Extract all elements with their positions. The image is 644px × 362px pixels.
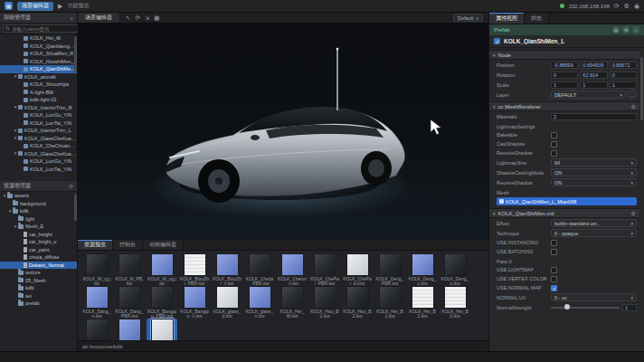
asset-thumbnail[interactable]: KOLK_Dang_d.jpg (81, 319, 112, 340)
asset-thumbnail[interactable]: KOLK_BlouZhi_n.jpg (212, 253, 242, 285)
normal-strength-field[interactable]: 1 (622, 304, 637, 311)
property-checkbox[interactable] (551, 276, 557, 282)
mesh-asset-field[interactable]: KOLK_QianShiMen_L_Mian068 (497, 197, 637, 205)
asset-thumbnail[interactable]: KOLK_glass_n.jpg (244, 286, 275, 318)
component-gear-icon[interactable]: ⚙ (631, 104, 636, 110)
assets-tree-item[interactable]: Debaixi_Normal (0, 262, 77, 270)
hierarchy-item[interactable]: KOLK_LunTai_YIN (0, 166, 77, 174)
tab-scene-editor[interactable]: 场景编辑器 (78, 13, 120, 23)
property-dropdown[interactable]: 64 (551, 158, 637, 167)
assets-tree-item[interactable]: car_paint (0, 246, 77, 254)
asset-thumbnail[interactable]: KOLK_Bangqiu_n.jpg (179, 286, 210, 318)
slider-thumb[interactable] (564, 304, 570, 310)
asset-thumbnail[interactable]: KOLK_Deng_n.jpg (407, 253, 438, 285)
scene-editor-chip[interactable]: 场景编辑器 (17, 2, 53, 11)
inspector-scrollbar[interactable] (640, 57, 643, 120)
materials-count-field[interactable]: 2 (551, 113, 637, 120)
preview-label[interactable]: 功能预览 (67, 2, 89, 10)
property-checkbox[interactable] (551, 240, 557, 246)
assets-tree-item[interactable]: chejia_diffuse (0, 253, 77, 262)
hierarchy-item[interactable]: KOLK_LunGu_YIN (0, 157, 77, 166)
asset-thumbnail[interactable]: KOLK_ChePai_d.png (342, 253, 373, 285)
asset-thumbnail[interactable]: KOLK_Hei_W.jpg (277, 286, 308, 318)
assets-tree-item[interactable]: 05_Mesh (0, 277, 77, 285)
property-dropdown[interactable]: builtin-standard-uni.. (551, 219, 637, 227)
asset-thumbnail[interactable]: KOLK_BlouZhi_PBR.jpg (179, 253, 210, 285)
node-active-checkbox[interactable] (494, 38, 500, 44)
hierarchy-item[interactable]: A-light-BW (0, 89, 77, 97)
property-dropdown[interactable]: ON (551, 178, 637, 186)
hierarchy-item[interactable]: KOLK_CheChuang_Hei (0, 142, 77, 150)
hierarchy-item[interactable]: KOLK_Hei_W (0, 34, 77, 43)
hierarchy-search-input[interactable] (12, 26, 76, 32)
assets-tree-item[interactable]: ▾Mesh_E (0, 223, 77, 231)
rotation-y-field[interactable]: 62.914 (580, 71, 607, 79)
layer-edit-button[interactable]: … (628, 90, 637, 99)
scale-y-field[interactable]: 1 (580, 81, 607, 89)
hierarchy-item[interactable]: ▾KOLK_aircraft (0, 73, 77, 81)
asset-thumbnail[interactable]: KOLK_Hou_B1.jpg (309, 286, 340, 318)
position-z-field[interactable]: 0.89672 (610, 62, 637, 69)
play-button[interactable]: ▶ (58, 3, 62, 9)
hierarchy-item[interactable]: KOLK_HoushiMen_L (0, 58, 77, 66)
layout-mode-dropdown[interactable]: Default (453, 14, 483, 22)
assets-tree-item[interactable]: background (0, 200, 77, 208)
hierarchy-item[interactable]: kdlk-light-01 (0, 96, 77, 104)
hierarchy-item[interactable]: KOLK_Qianlideng_W (0, 43, 77, 51)
asset-thumbnail[interactable]: KOLK_ChePai_PBR.jpg (309, 253, 340, 285)
property-checkbox[interactable] (551, 141, 557, 148)
hierarchy-scrollbar[interactable] (74, 36, 77, 72)
asset-thumbnail[interactable]: KOLK_Bangqiu_PBR.jpg (147, 286, 177, 318)
layer-dropdown[interactable]: DEFAULT (551, 90, 626, 99)
assets-tree-item[interactable]: ▾assets (0, 192, 77, 200)
pass-label[interactable]: Pass 0 (489, 256, 639, 265)
scene-viewport[interactable] (78, 24, 488, 239)
hierarchy-item[interactable]: ▾KOLK_InteriorTrim_L (0, 127, 77, 135)
asset-path-breadcrumb[interactable]: ab:/resources/kdlk (82, 344, 123, 349)
property-checkbox[interactable] (551, 132, 557, 138)
property-dropdown[interactable]: ON (551, 168, 637, 176)
assets-tree-scrollbar[interactable] (74, 194, 77, 221)
tab-properties[interactable]: 属性视图 (489, 13, 525, 24)
property-checkbox[interactable] (551, 267, 557, 273)
hierarchy-item[interactable]: KOLK_LunGu_YIN (0, 111, 77, 119)
scale-z-field[interactable]: 1 (610, 81, 637, 89)
material-section-header[interactable]: KOLK_QianShiMen.mtl ⚙ (489, 208, 639, 218)
property-checkbox[interactable] (551, 249, 557, 255)
node-section-header[interactable]: Node (489, 50, 639, 60)
rotate-tool-icon[interactable]: ⟳ (135, 14, 139, 22)
hierarchy-item[interactable]: KOLK_ShuaMen_R (0, 50, 77, 58)
add-node-icon[interactable]: + (70, 15, 73, 21)
asset-thumbnail[interactable]: KOLK_Dang_n.jpg (81, 286, 112, 318)
asset-thumbnail[interactable]: KOLK_Deng_g.jpg (440, 253, 470, 285)
meshrenderer-section-header[interactable]: cc.MeshRenderer ⚙ (489, 101, 639, 111)
refresh-assets-icon[interactable]: ⟳ (69, 184, 73, 189)
move-tool-icon[interactable]: ↖ (126, 14, 130, 22)
assets-tree-item[interactable]: car_height (0, 231, 77, 239)
asset-thumbnail[interactable]: KOLK_Chejia_PBR.jpg (244, 253, 275, 285)
user-icon[interactable]: ◉ (634, 3, 639, 9)
sync-icon[interactable]: ⟳ (614, 3, 620, 9)
scale-tool-icon[interactable]: ⇲ (145, 14, 149, 22)
property-dropdown[interactable]: 0 - opaque (551, 229, 637, 237)
normal-strength-slider[interactable]: 1 (551, 304, 637, 311)
rotation-x-field[interactable]: 0 (551, 71, 578, 79)
position-y-field[interactable]: 0.694509 (580, 62, 607, 69)
assets-tree-item[interactable]: kdlk (0, 284, 77, 292)
assets-tree-item[interactable]: prefab (0, 300, 77, 308)
hierarchy-item[interactable]: ▾KOLK_InteriorTrim_R (0, 104, 77, 112)
tab-asset-preview[interactable]: 资源预览 (78, 240, 113, 250)
rotation-z-field[interactable]: 0 (610, 71, 637, 79)
tab-console[interactable]: 控制台 (113, 240, 143, 250)
tab-animation-editor[interactable]: 动画编辑器 (143, 240, 184, 250)
assets-tree-item[interactable]: texture (0, 269, 77, 277)
hierarchy-item[interactable]: KOLK_QianShiMen_L (0, 65, 77, 73)
asset-thumbnail[interactable]: KOLK_Deng_PBR.jpg (374, 253, 405, 285)
prefab-locate-icon[interactable]: ◎ (612, 26, 620, 33)
settings-icon[interactable]: ⚙ (624, 3, 630, 9)
hierarchy-search-box[interactable] (3, 24, 79, 33)
asset-thumbnail[interactable]: KOLK_Hei_B1.jpg (374, 286, 405, 318)
property-checkbox[interactable] (551, 150, 557, 157)
property-checkbox[interactable] (551, 285, 557, 291)
slider-track[interactable] (551, 307, 620, 309)
